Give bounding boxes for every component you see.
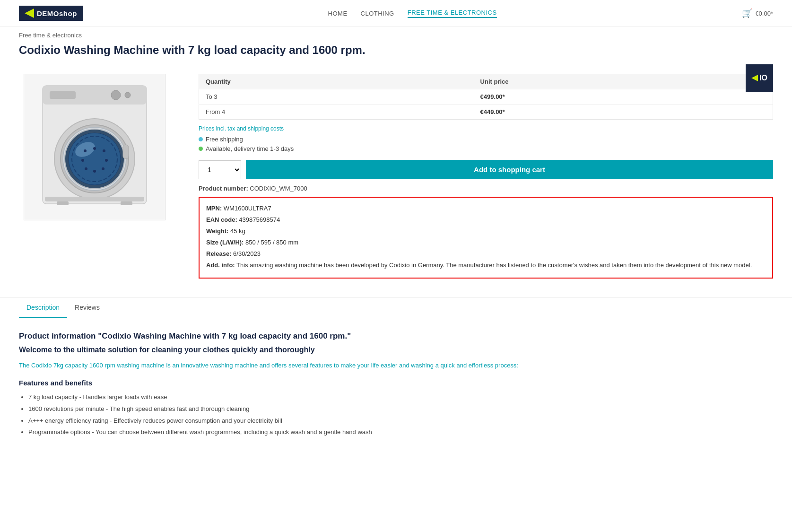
desc-subtitle: Welcome to the ultimate solution for cle… <box>19 346 773 354</box>
spec-addinfo-label: Add. info: <box>206 262 235 269</box>
price-val-2: €449.00* <box>474 105 773 120</box>
spec-weight: Weight: 45 kg <box>206 226 766 236</box>
svg-rect-21 <box>45 197 144 201</box>
spec-ean-value: 439875698574 <box>239 216 280 223</box>
nav-free-time[interactable]: FREE TIME & ELECTRONICS <box>408 9 497 18</box>
main-nav: HOME CLOTHING FREE TIME & ELECTRONICS <box>328 9 497 18</box>
product-title: Codixio Washing Machine with 7 kg load c… <box>0 44 792 64</box>
svg-point-18 <box>81 159 84 162</box>
svg-point-4 <box>125 92 131 98</box>
feature-item-2: 1600 revolutions per minute - The high s… <box>28 403 773 415</box>
product-image <box>24 74 165 220</box>
cart-icon: 🛒 <box>742 8 752 18</box>
spec-addinfo-value: This amazing washing machine has been de… <box>236 262 752 269</box>
availability-label: Available, delivery time 1-3 days <box>206 145 294 152</box>
desc-title: Product information "Codixio Washing Mac… <box>19 331 773 341</box>
spec-release: Release: 6/30/2023 <box>206 249 766 259</box>
specs-box: MPN: WM1600ULTRA7 EAN code: 439875698574… <box>199 197 773 279</box>
watermark-arrow-icon <box>751 75 758 81</box>
price-row-1: To 3 €499.00* <box>199 89 773 105</box>
spec-weight-label: Weight: <box>206 227 228 235</box>
spec-mpn-value: WM1600ULTRA7 <box>224 205 271 212</box>
svg-point-8 <box>69 133 121 185</box>
svg-rect-24 <box>123 145 129 159</box>
spec-release-value: 6/30/2023 <box>233 250 261 257</box>
spec-mpn: MPN: WM1600ULTRA7 <box>206 203 766 214</box>
feature-item-4: Programmable options - You can choose be… <box>28 427 773 438</box>
svg-point-12 <box>93 147 96 150</box>
shipping-dot-icon <box>199 137 203 141</box>
logo[interactable]: DEMOshop <box>19 6 83 21</box>
availability-info: Available, delivery time 1-3 days <box>199 145 773 152</box>
breadcrumb: Free time & electronics <box>0 27 792 44</box>
spec-size: Size (L/W/H): 850 / 595 / 850 mm <box>206 237 766 248</box>
svg-rect-2 <box>50 91 76 99</box>
svg-point-16 <box>93 170 96 173</box>
svg-point-15 <box>102 167 104 170</box>
spec-weight-value: 45 kg <box>230 227 245 235</box>
desc-intro: The Codixio 7kg capacity 1600 rpm washin… <box>19 361 773 371</box>
price-val-1: €499.00* <box>474 89 773 105</box>
add-to-cart-row: 1 2 3 4 5 Add to shopping cart <box>199 160 773 179</box>
spec-ean-label: EAN code: <box>206 216 237 223</box>
svg-point-11 <box>84 149 87 152</box>
svg-point-3 <box>111 90 121 100</box>
availability-dot-icon <box>199 147 203 151</box>
add-to-cart-button[interactable]: Add to shopping cart <box>246 160 773 179</box>
washing-machine-illustration <box>33 81 156 213</box>
shipping-label: Free shipping <box>206 136 243 143</box>
product-number-label: Product number: <box>199 185 248 192</box>
price-table-qty-header: Quantity <box>199 74 474 89</box>
spec-ean: EAN code: 439875698574 <box>206 215 766 225</box>
tab-reviews[interactable]: Reviews <box>67 298 107 318</box>
spec-addinfo: Add. info: This amazing washing machine … <box>206 260 766 270</box>
svg-rect-22 <box>57 201 69 205</box>
watermark-io-text: IO <box>759 74 767 82</box>
svg-rect-23 <box>121 201 132 205</box>
feature-item-1: 7 kg load capacity - Handles larger load… <box>28 392 773 403</box>
quantity-select[interactable]: 1 2 3 4 5 <box>199 160 241 179</box>
spec-size-value: 850 / 595 / 850 mm <box>245 239 298 246</box>
tab-description[interactable]: Description <box>19 298 67 318</box>
features-title: Features and benefits <box>19 379 773 387</box>
svg-point-14 <box>105 159 108 162</box>
nav-clothing[interactable]: CLOTHING <box>361 10 394 17</box>
logo-text: DEMOshop <box>37 9 77 17</box>
tabs: Description Reviews <box>19 298 773 318</box>
product-section: Quantity Unit price To 3 €499.00* From 4… <box>0 64 792 297</box>
cart-button[interactable]: 🛒 €0.00* <box>742 8 773 18</box>
prices-note: Prices incl. tax and shipping costs <box>199 125 773 132</box>
shipping-info: Free shipping <box>199 136 773 143</box>
price-table: Quantity Unit price To 3 €499.00* From 4… <box>199 74 773 120</box>
product-number-value: CODIXIO_WM_7000 <box>250 185 307 192</box>
product-number: Product number: CODIXIO_WM_7000 <box>199 185 773 192</box>
header: DEMOshop HOME CLOTHING FREE TIME & ELECT… <box>0 0 792 27</box>
description-section: Product information "Codixio Washing Mac… <box>0 318 792 458</box>
svg-point-13 <box>103 149 105 152</box>
cart-price: €0.00* <box>755 10 773 17</box>
price-qty-1: To 3 <box>199 89 474 105</box>
price-qty-2: From 4 <box>199 105 474 120</box>
nav-home[interactable]: HOME <box>328 10 348 17</box>
price-table-price-header: Unit price <box>474 74 773 89</box>
features-list: 7 kg load capacity - Handles larger load… <box>19 392 773 438</box>
price-row-2: From 4 €449.00* <box>199 105 773 120</box>
spec-mpn-label: MPN: <box>206 205 222 212</box>
spec-size-label: Size (L/W/H): <box>206 239 244 246</box>
svg-point-17 <box>85 167 87 170</box>
product-details: Quantity Unit price To 3 €499.00* From 4… <box>199 74 773 279</box>
spec-release-label: Release: <box>206 250 231 257</box>
watermark-logo: IO <box>746 64 773 92</box>
tabs-section: Description Reviews <box>0 297 792 318</box>
logo-arrow-icon <box>25 9 34 18</box>
feature-item-3: A+++ energy efficiency rating - Effectiv… <box>28 415 773 427</box>
product-image-wrap <box>19 74 170 279</box>
